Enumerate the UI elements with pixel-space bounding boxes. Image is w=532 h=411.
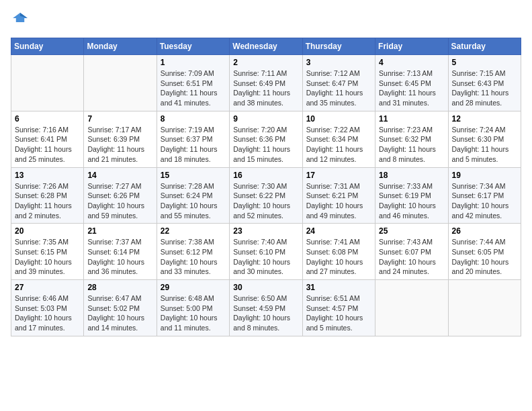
day-detail: Sunrise: 6:46 AMSunset: 5:03 PMDaylight:… bbox=[15, 293, 80, 333]
day-detail: Sunrise: 7:37 AMSunset: 6:14 PMDaylight:… bbox=[87, 237, 152, 277]
day-number: 10 bbox=[306, 114, 371, 124]
day-number: 31 bbox=[306, 283, 371, 292]
day-number: 13 bbox=[15, 171, 80, 180]
day-detail: Sunrise: 7:35 AMSunset: 6:15 PMDaylight:… bbox=[15, 237, 80, 277]
calendar-cell: 11Sunrise: 7:23 AMSunset: 6:32 PMDayligh… bbox=[375, 111, 448, 167]
day-detail: Sunrise: 7:19 AMSunset: 6:37 PMDaylight:… bbox=[161, 125, 226, 165]
calendar-cell: 3Sunrise: 7:12 AMSunset: 6:47 PMDaylight… bbox=[302, 55, 375, 111]
calendar-cell: 9Sunrise: 7:20 AMSunset: 6:36 PMDaylight… bbox=[230, 111, 302, 167]
calendar-cell: 16Sunrise: 7:30 AMSunset: 6:22 PMDayligh… bbox=[230, 167, 302, 224]
day-number: 27 bbox=[15, 283, 80, 292]
calendar-cell: 22Sunrise: 7:38 AMSunset: 6:12 PMDayligh… bbox=[157, 224, 229, 280]
day-detail: Sunrise: 7:26 AMSunset: 6:28 PMDaylight:… bbox=[15, 181, 80, 221]
calendar-cell: 4Sunrise: 7:13 AMSunset: 6:45 PMDaylight… bbox=[375, 55, 448, 111]
page-header bbox=[11, 11, 521, 30]
calendar-cell: 31Sunrise: 6:51 AMSunset: 4:57 PMDayligh… bbox=[302, 280, 375, 336]
day-number: 24 bbox=[306, 226, 371, 236]
day-detail: Sunrise: 7:28 AMSunset: 6:24 PMDaylight:… bbox=[161, 181, 226, 221]
day-detail: Sunrise: 7:09 AMSunset: 6:51 PMDaylight:… bbox=[161, 68, 226, 108]
calendar-cell: 27Sunrise: 6:46 AMSunset: 5:03 PMDayligh… bbox=[11, 280, 84, 336]
day-detail: Sunrise: 7:34 AMSunset: 6:17 PMDaylight:… bbox=[452, 181, 517, 221]
day-detail: Sunrise: 6:51 AMSunset: 4:57 PMDaylight:… bbox=[306, 293, 371, 333]
day-detail: Sunrise: 7:17 AMSunset: 6:39 PMDaylight:… bbox=[87, 125, 152, 165]
weekday-header: Friday bbox=[375, 38, 448, 55]
day-detail: Sunrise: 7:33 AMSunset: 6:19 PMDaylight:… bbox=[379, 181, 444, 221]
day-number: 1 bbox=[161, 58, 226, 67]
day-number: 26 bbox=[452, 226, 517, 236]
day-number: 3 bbox=[306, 58, 371, 67]
calendar-cell: 29Sunrise: 6:48 AMSunset: 5:00 PMDayligh… bbox=[157, 280, 229, 336]
day-number: 17 bbox=[306, 171, 371, 180]
day-detail: Sunrise: 7:30 AMSunset: 6:22 PMDaylight:… bbox=[233, 181, 298, 221]
weekday-header: Wednesday bbox=[230, 38, 302, 55]
calendar-cell: 5Sunrise: 7:15 AMSunset: 6:43 PMDaylight… bbox=[448, 55, 521, 111]
day-number: 6 bbox=[15, 114, 80, 124]
day-detail: Sunrise: 7:31 AMSunset: 6:21 PMDaylight:… bbox=[306, 181, 371, 221]
calendar-week-row: 27Sunrise: 6:46 AMSunset: 5:03 PMDayligh… bbox=[11, 280, 521, 336]
calendar-table: SundayMondayTuesdayWednesdayThursdayFrid… bbox=[11, 38, 521, 336]
calendar-cell: 17Sunrise: 7:31 AMSunset: 6:21 PMDayligh… bbox=[302, 167, 375, 224]
day-detail: Sunrise: 7:23 AMSunset: 6:32 PMDaylight:… bbox=[379, 125, 444, 165]
calendar-cell bbox=[11, 55, 84, 111]
calendar-week-row: 13Sunrise: 7:26 AMSunset: 6:28 PMDayligh… bbox=[11, 167, 521, 224]
day-detail: Sunrise: 6:47 AMSunset: 5:02 PMDaylight:… bbox=[87, 293, 152, 333]
day-detail: Sunrise: 7:15 AMSunset: 6:43 PMDaylight:… bbox=[452, 68, 517, 108]
day-number: 25 bbox=[379, 226, 444, 236]
day-detail: Sunrise: 7:24 AMSunset: 6:30 PMDaylight:… bbox=[452, 125, 517, 165]
day-number: 28 bbox=[87, 283, 152, 292]
weekday-header: Thursday bbox=[302, 38, 375, 55]
day-detail: Sunrise: 7:12 AMSunset: 6:47 PMDaylight:… bbox=[306, 68, 371, 108]
day-detail: Sunrise: 7:38 AMSunset: 6:12 PMDaylight:… bbox=[161, 237, 226, 277]
calendar-cell: 10Sunrise: 7:22 AMSunset: 6:34 PMDayligh… bbox=[302, 111, 375, 167]
day-number: 12 bbox=[452, 114, 517, 124]
day-detail: Sunrise: 7:13 AMSunset: 6:45 PMDaylight:… bbox=[379, 68, 444, 108]
calendar-cell: 8Sunrise: 7:19 AMSunset: 6:37 PMDaylight… bbox=[157, 111, 229, 167]
calendar-cell: 26Sunrise: 7:44 AMSunset: 6:05 PMDayligh… bbox=[448, 224, 521, 280]
day-number: 14 bbox=[87, 171, 152, 180]
calendar-cell: 21Sunrise: 7:37 AMSunset: 6:14 PMDayligh… bbox=[84, 224, 157, 280]
day-detail: Sunrise: 7:27 AMSunset: 6:26 PMDaylight:… bbox=[87, 181, 152, 221]
day-detail: Sunrise: 7:22 AMSunset: 6:34 PMDaylight:… bbox=[306, 125, 371, 165]
calendar-cell: 30Sunrise: 6:50 AMSunset: 4:59 PMDayligh… bbox=[230, 280, 302, 336]
calendar-cell: 2Sunrise: 7:11 AMSunset: 6:49 PMDaylight… bbox=[230, 55, 302, 111]
day-number: 4 bbox=[379, 58, 444, 67]
calendar-header-row: SundayMondayTuesdayWednesdayThursdayFrid… bbox=[11, 38, 521, 55]
calendar-cell bbox=[375, 280, 448, 336]
day-detail: Sunrise: 6:48 AMSunset: 5:00 PMDaylight:… bbox=[161, 293, 226, 333]
calendar-cell: 13Sunrise: 7:26 AMSunset: 6:28 PMDayligh… bbox=[11, 167, 84, 224]
calendar-week-row: 6Sunrise: 7:16 AMSunset: 6:41 PMDaylight… bbox=[11, 111, 521, 167]
day-detail: Sunrise: 7:16 AMSunset: 6:41 PMDaylight:… bbox=[15, 125, 80, 165]
calendar-cell: 19Sunrise: 7:34 AMSunset: 6:17 PMDayligh… bbox=[448, 167, 521, 224]
day-detail: Sunrise: 7:41 AMSunset: 6:08 PMDaylight:… bbox=[306, 237, 371, 277]
day-number: 23 bbox=[233, 226, 298, 236]
calendar-cell: 25Sunrise: 7:43 AMSunset: 6:07 PMDayligh… bbox=[375, 224, 448, 280]
calendar-cell: 15Sunrise: 7:28 AMSunset: 6:24 PMDayligh… bbox=[157, 167, 229, 224]
calendar-cell bbox=[84, 55, 157, 111]
day-detail: Sunrise: 7:40 AMSunset: 6:10 PMDaylight:… bbox=[233, 237, 298, 277]
day-detail: Sunrise: 7:11 AMSunset: 6:49 PMDaylight:… bbox=[233, 68, 298, 108]
day-number: 11 bbox=[379, 114, 444, 124]
day-number: 18 bbox=[379, 171, 444, 180]
calendar-cell: 18Sunrise: 7:33 AMSunset: 6:19 PMDayligh… bbox=[375, 167, 448, 224]
weekday-header: Saturday bbox=[448, 38, 521, 55]
day-detail: Sunrise: 7:20 AMSunset: 6:36 PMDaylight:… bbox=[233, 125, 298, 165]
day-number: 8 bbox=[161, 114, 226, 124]
logo-icon bbox=[11, 11, 30, 30]
calendar-cell: 6Sunrise: 7:16 AMSunset: 6:41 PMDaylight… bbox=[11, 111, 84, 167]
calendar-cell: 24Sunrise: 7:41 AMSunset: 6:08 PMDayligh… bbox=[302, 224, 375, 280]
calendar-cell: 1Sunrise: 7:09 AMSunset: 6:51 PMDaylight… bbox=[157, 55, 229, 111]
day-detail: Sunrise: 6:50 AMSunset: 4:59 PMDaylight:… bbox=[233, 293, 298, 333]
calendar-cell: 23Sunrise: 7:40 AMSunset: 6:10 PMDayligh… bbox=[230, 224, 302, 280]
day-number: 19 bbox=[452, 171, 517, 180]
day-number: 5 bbox=[452, 58, 517, 67]
day-number: 2 bbox=[233, 58, 298, 67]
calendar-week-row: 20Sunrise: 7:35 AMSunset: 6:15 PMDayligh… bbox=[11, 224, 521, 280]
day-detail: Sunrise: 7:44 AMSunset: 6:05 PMDaylight:… bbox=[452, 237, 517, 277]
day-number: 15 bbox=[161, 171, 226, 180]
day-number: 16 bbox=[233, 171, 298, 180]
day-number: 9 bbox=[233, 114, 298, 124]
calendar-cell: 12Sunrise: 7:24 AMSunset: 6:30 PMDayligh… bbox=[448, 111, 521, 167]
logo bbox=[11, 11, 32, 30]
calendar-week-row: 1Sunrise: 7:09 AMSunset: 6:51 PMDaylight… bbox=[11, 55, 521, 111]
day-number: 20 bbox=[15, 226, 80, 236]
